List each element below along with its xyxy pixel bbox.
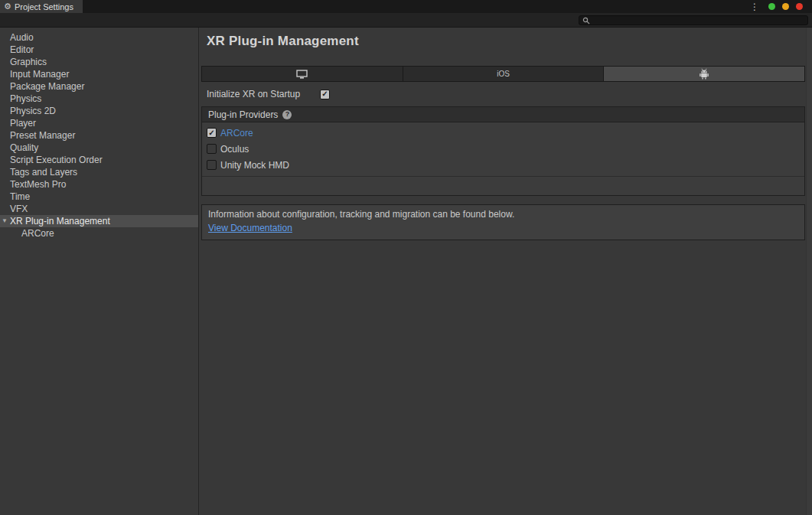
- tab-ios-label: iOS: [497, 70, 510, 78]
- tab-ios[interactable]: iOS: [403, 67, 605, 81]
- foldout-triangle-icon[interactable]: ▼: [2, 218, 8, 224]
- sidebar-item-label: TextMesh Pro: [10, 179, 66, 190]
- plugin-providers-box: Plug-in Providers ? ✓ ARCore Oculus: [201, 106, 805, 196]
- sidebar-item-label: XR Plug-in Management: [10, 216, 110, 227]
- tab-android[interactable]: [604, 67, 804, 81]
- initialize-xr-checkbox[interactable]: ✓: [320, 90, 330, 99]
- search-box[interactable]: [579, 15, 808, 25]
- titlebar-spacer: [83, 0, 750, 13]
- sidebar-item-label: Time: [10, 191, 30, 202]
- sidebar-item-label: Quality: [10, 142, 38, 153]
- sidebar-item-graphics[interactable]: Graphics: [0, 56, 198, 68]
- sidebar-item-player[interactable]: Player: [0, 117, 198, 129]
- titlebar: ⚙ Project Settings ⋮: [0, 0, 812, 13]
- kebab-menu-icon[interactable]: ⋮: [750, 2, 759, 11]
- window-control-green[interactable]: [768, 3, 775, 10]
- sidebar-item-physics-2d[interactable]: Physics 2D: [0, 105, 198, 117]
- sidebar-item-label: Script Execution Order: [10, 155, 103, 165]
- plugin-providers-title: Plug-in Providers: [208, 109, 278, 120]
- sidebar-item-input-manager[interactable]: Input Manager: [0, 68, 198, 80]
- gear-icon: ⚙: [4, 2, 11, 11]
- sidebar-item-physics[interactable]: Physics: [0, 93, 198, 105]
- info-box: Information about configuration, trackin…: [201, 204, 805, 240]
- sidebar-item-vfx[interactable]: VFX: [0, 203, 198, 215]
- sidebar-item-editor[interactable]: Editor: [0, 44, 198, 56]
- window-toolbar: [0, 13, 812, 28]
- sidebar-item-label: Player: [10, 118, 36, 129]
- provider-oculus-checkbox[interactable]: [207, 144, 217, 154]
- provider-unity-mock-hmd-checkbox[interactable]: [207, 160, 217, 170]
- initialize-xr-row: Initialize XR on Startup ✓: [207, 89, 805, 99]
- settings-sidebar: Audio Editor Graphics Input Manager Pack…: [0, 28, 199, 515]
- provider-row-unity-mock-hmd[interactable]: Unity Mock HMD: [202, 157, 804, 173]
- sidebar-item-label: Editor: [10, 44, 34, 55]
- sidebar-item-label: VFX: [10, 204, 28, 214]
- sidebar-item-xr-plug-in-management[interactable]: ▼ XR Plug-in Management: [0, 215, 198, 227]
- android-icon: [699, 68, 709, 80]
- sidebar-item-label: Physics 2D: [10, 106, 56, 116]
- plugin-providers-footer: [202, 177, 804, 195]
- sidebar-item-label: Physics: [10, 93, 41, 104]
- page-title: XR Plug-in Management: [207, 34, 805, 49]
- tab-standalone[interactable]: [202, 67, 403, 81]
- provider-label: ARCore: [220, 128, 253, 139]
- platform-tabs: iOS: [201, 66, 805, 82]
- provider-label: Unity Mock HMD: [220, 160, 289, 171]
- view-documentation-link[interactable]: View Documentation: [208, 223, 292, 233]
- window-tab-title: Project Settings: [15, 2, 73, 11]
- content: Audio Editor Graphics Input Manager Pack…: [0, 28, 812, 515]
- check-icon: ✓: [321, 90, 328, 98]
- sidebar-item-label: Package Manager: [10, 81, 84, 92]
- plugin-providers-header: Plug-in Providers ?: [202, 107, 804, 122]
- sidebar-item-textmesh-pro[interactable]: TextMesh Pro: [0, 178, 198, 191]
- sidebar-item-arcore[interactable]: ARCore: [0, 227, 198, 240]
- sidebar-item-tags-and-layers[interactable]: Tags and Layers: [0, 166, 198, 178]
- project-settings-tab[interactable]: ⚙ Project Settings: [0, 0, 83, 13]
- sidebar-item-audio[interactable]: Audio: [0, 31, 198, 44]
- info-text: Information about configuration, trackin…: [208, 209, 798, 220]
- sidebar-item-preset-manager[interactable]: Preset Manager: [0, 129, 198, 142]
- initialize-xr-label: Initialize XR on Startup: [207, 89, 320, 99]
- provider-row-oculus[interactable]: Oculus: [202, 141, 804, 157]
- desktop-icon: [296, 70, 308, 79]
- provider-label: Oculus: [220, 144, 249, 155]
- settings-panel: XR Plug-in Management iOS: [199, 28, 812, 515]
- sidebar-item-label: Graphics: [10, 57, 47, 67]
- search-input[interactable]: [592, 16, 804, 24]
- sidebar-item-time[interactable]: Time: [0, 191, 198, 203]
- window-control-yellow[interactable]: [782, 3, 789, 10]
- provider-arcore-checkbox[interactable]: ✓: [207, 128, 217, 138]
- plugin-providers-list: ✓ ARCore Oculus Unity Mock HMD: [202, 122, 804, 177]
- search-icon: [582, 17, 590, 24]
- sidebar-item-label: Preset Manager: [10, 130, 75, 141]
- scrollbar[interactable]: [806, 28, 812, 515]
- provider-row-arcore[interactable]: ✓ ARCore: [202, 125, 804, 141]
- sidebar-item-label: Audio: [10, 32, 34, 43]
- sidebar-item-label: ARCore: [21, 228, 54, 239]
- sidebar-item-label: Input Manager: [10, 69, 69, 80]
- project-settings-window: ⚙ Project Settings ⋮ Audio Editor Graphi…: [0, 0, 812, 515]
- sidebar-item-script-execution-order[interactable]: Script Execution Order: [0, 154, 198, 166]
- sidebar-item-label: Tags and Layers: [10, 167, 77, 178]
- sidebar-item-package-manager[interactable]: Package Manager: [0, 80, 198, 93]
- check-icon: ✓: [208, 129, 214, 137]
- help-icon[interactable]: ?: [282, 110, 292, 119]
- sidebar-item-quality[interactable]: Quality: [0, 142, 198, 154]
- window-control-red[interactable]: [796, 3, 803, 10]
